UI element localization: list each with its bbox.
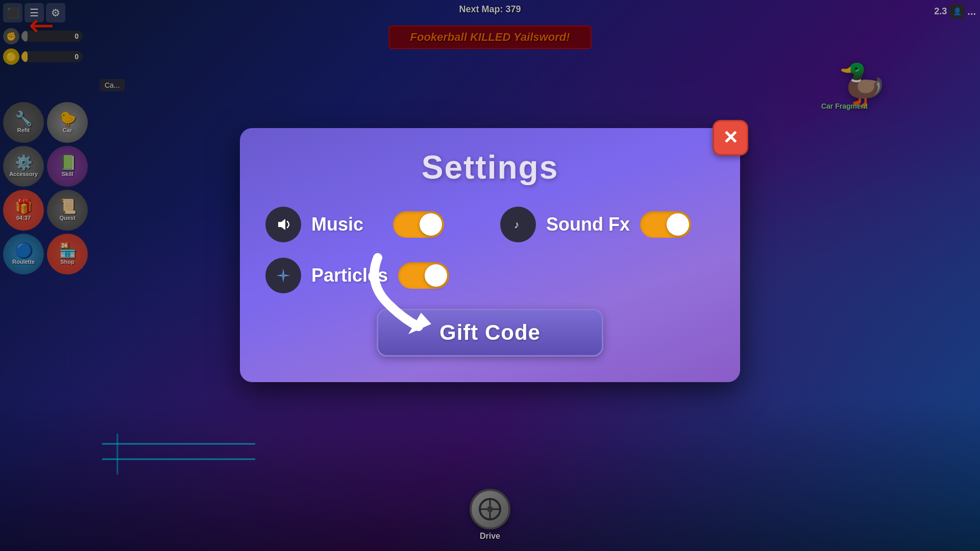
music-toggle-knob bbox=[420, 213, 442, 236]
music-note-icon: ♪ bbox=[509, 215, 527, 234]
sound-fx-setting-group: ♪ Sound Fx bbox=[500, 207, 715, 242]
music-label: Music bbox=[311, 214, 383, 235]
gift-code-section: Gift Code bbox=[265, 309, 715, 357]
particles-setting-group: Particles bbox=[265, 258, 715, 293]
svg-text:♪: ♪ bbox=[514, 219, 519, 230]
sound-fx-label: Sound Fx bbox=[546, 214, 630, 235]
settings-row-particles: Particles bbox=[265, 258, 715, 293]
particles-icon-circle bbox=[265, 258, 301, 293]
music-icon-circle bbox=[265, 207, 301, 242]
sound-fx-icon-circle: ♪ bbox=[500, 207, 536, 242]
gift-code-arrow bbox=[347, 253, 449, 334]
settings-row-audio: Music ♪ Sound Fx bbox=[265, 207, 715, 242]
music-setting-group: Music bbox=[265, 207, 480, 242]
settings-modal: ✕ Settings Music bbox=[240, 128, 740, 382]
sound-fx-toggle-knob bbox=[667, 213, 689, 236]
svg-point-14 bbox=[282, 274, 285, 277]
music-toggle[interactable] bbox=[393, 211, 444, 238]
modal-overlay: ✕ Settings Music bbox=[0, 0, 980, 551]
music-speaker-icon bbox=[274, 215, 292, 234]
modal-title: Settings bbox=[265, 148, 715, 186]
particles-star-icon bbox=[274, 266, 292, 285]
modal-close-button[interactable]: ✕ bbox=[713, 120, 748, 156]
sound-fx-toggle[interactable] bbox=[640, 211, 691, 238]
